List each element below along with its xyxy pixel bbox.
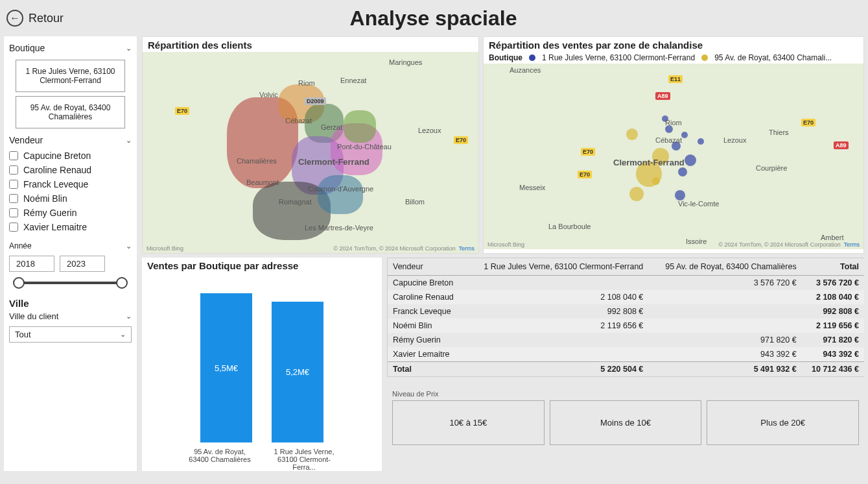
- filter-sidebar: Boutique ⌄ 1 Rue Jules Verne, 63100 Cler…: [4, 36, 137, 471]
- boutique-label: Boutique: [9, 43, 45, 53]
- vendeur-filter-header[interactable]: Vendeur ⌄: [9, 132, 132, 148]
- table-row: Noémi Blin2 119 656 €2 119 656 €: [388, 319, 864, 333]
- bar-0[interactable]: 5,5M€: [200, 293, 252, 442]
- sales-table[interactable]: Vendeur 1 Rue Jules Verne, 63100 Clermon…: [388, 258, 864, 376]
- map-clients-panel: Répartition des clients Maringues Riom E…: [142, 36, 479, 254]
- vendeur-label: Vendeur: [9, 135, 43, 145]
- vendeur-checkbox-1[interactable]: Caroline Renaud: [9, 165, 132, 175]
- slider-thumb-min[interactable]: [13, 277, 25, 289]
- year-max-input[interactable]: 2023: [60, 256, 105, 272]
- annee-label: Année: [9, 241, 32, 250]
- bar-label-0: 95 Av. de Royat, 63400 Chamalières: [187, 448, 252, 471]
- sales-table-panel: Vendeur 1 Rue Jules Verne, 63100 Clermon…: [387, 258, 864, 471]
- prix-option-0[interactable]: 10€ à 15€: [392, 400, 545, 445]
- map1-attribution: Microsoft Bing: [147, 245, 183, 252]
- th-boutique2[interactable]: 95 Av. de Royat, 63400 Chamalières: [648, 258, 801, 276]
- vendeur-checkbox-0[interactable]: Capucine Breton: [9, 151, 132, 161]
- boutique-option-1[interactable]: 1 Rue Jules Verne, 63100 Clermont-Ferran…: [16, 60, 125, 92]
- chevron-down-icon: ⌄: [126, 312, 132, 321]
- map2-title: Répartition des ventes par zone de chala…: [484, 37, 863, 52]
- chevron-down-icon: ⌄: [126, 242, 132, 250]
- legend-item-2: 95 Av. de Royat, 63400 Chamali...: [714, 53, 832, 62]
- table-row: Xavier Lemaitre943 392 €943 392 €: [388, 347, 864, 362]
- prix-option-1[interactable]: Moins de 10€: [550, 400, 702, 445]
- legend-dot-blue: [529, 54, 535, 61]
- ville-dropdown[interactable]: Tout ⌄: [9, 326, 132, 343]
- table-row: Caroline Renaud2 108 040 €2 108 040 €: [388, 290, 864, 304]
- map-sales-panel: Répartition des ventes par zone de chala…: [483, 36, 864, 254]
- vendeur-checkbox-2[interactable]: Franck Leveque: [9, 179, 132, 189]
- slider-thumb-max[interactable]: [116, 277, 128, 289]
- map2-canvas[interactable]: Auzances Riom Cébazat Lezoux Thiers Cler…: [484, 64, 863, 249]
- bar-1[interactable]: 5,2M€: [272, 302, 323, 442]
- map1-title: Répartition des clients: [143, 37, 478, 52]
- boutique-filter-header[interactable]: Boutique ⌄: [9, 40, 132, 56]
- prix-option-2[interactable]: Plus de 20€: [707, 400, 859, 445]
- vendeur-checkbox-3[interactable]: Noémi Blin: [9, 193, 132, 204]
- legend-label: Boutique: [489, 53, 522, 62]
- ville-label: Ville: [9, 298, 132, 309]
- map1-terms-link[interactable]: Terms: [459, 245, 475, 252]
- page-title: Analyse spaciale: [64, 6, 803, 30]
- back-button[interactable]: ← Retour: [6, 10, 64, 27]
- table-total-row: Total5 220 504 €5 491 932 €10 712 436 €: [388, 362, 864, 377]
- ville-sub-header[interactable]: Ville du client ⌄: [9, 309, 132, 324]
- table-row: Capucine Breton3 576 720 €3 576 720 €: [388, 276, 864, 291]
- table-row: Franck Leveque992 808 €992 808 €: [388, 304, 864, 319]
- chevron-down-icon: ⌄: [120, 330, 126, 339]
- vendeur-checkbox-5[interactable]: Xavier Lemaitre: [9, 222, 132, 232]
- legend-item-1: 1 Rue Jules Verne, 63100 Clermont-Ferran…: [542, 53, 695, 62]
- chevron-down-icon: ⌄: [126, 136, 132, 145]
- chevron-down-icon: ⌄: [126, 44, 132, 53]
- prix-label: Niveau de Prix: [392, 390, 859, 398]
- annee-filter-header[interactable]: Année ⌄: [9, 239, 132, 253]
- vendeur-checkbox-4[interactable]: Rémy Guerin: [9, 208, 132, 218]
- map2-attribution: Microsoft Bing: [487, 241, 524, 248]
- map2-terms-link[interactable]: Terms: [844, 241, 860, 248]
- year-min-input[interactable]: 2018: [9, 256, 54, 272]
- th-boutique1[interactable]: 1 Rue Jules Verne, 63100 Clermont-Ferran…: [465, 258, 648, 276]
- bar-chart[interactable]: 5,5M€ 5,2M€: [142, 280, 382, 442]
- bar-chart-panel: Ventes par Boutique par adresse 5,5M€ 5,…: [142, 258, 382, 471]
- back-arrow-icon: ←: [6, 10, 23, 27]
- bar-label-1: 1 Rue Jules Verne, 63100 Clermont-Ferra.…: [272, 448, 336, 471]
- th-vendeur[interactable]: Vendeur: [388, 258, 465, 276]
- year-range-slider[interactable]: [10, 276, 130, 290]
- ville-sub-label: Ville du client: [9, 311, 58, 321]
- bar-chart-title: Ventes par Boutique par adresse: [142, 258, 382, 272]
- legend-dot-yellow: [701, 54, 708, 61]
- map1-canvas[interactable]: Maringues Riom Ennezat Volvic Cébazat Ge…: [143, 52, 478, 253]
- boutique-option-2[interactable]: 95 Av. de Royat, 63400 Chamalières: [16, 96, 125, 128]
- table-row: Rémy Guerin971 820 €971 820 €: [388, 333, 864, 347]
- th-total[interactable]: Total: [802, 258, 864, 276]
- back-label: Retour: [29, 12, 64, 25]
